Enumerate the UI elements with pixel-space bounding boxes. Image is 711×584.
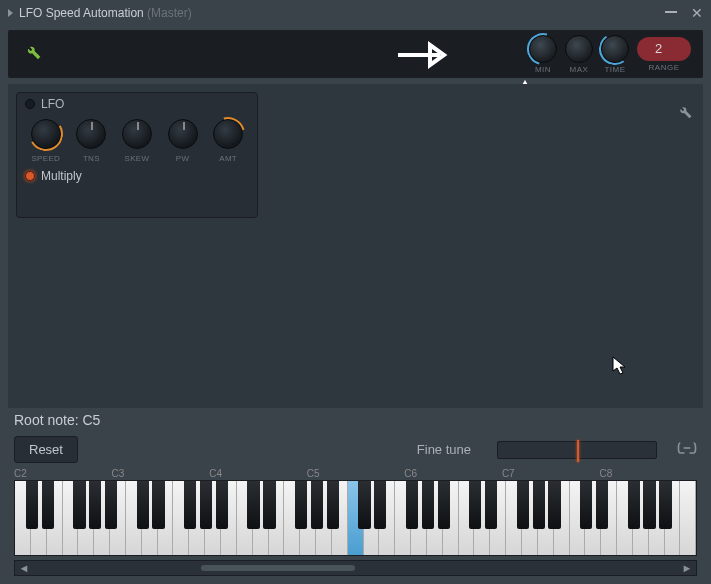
black-key[interactable] — [469, 481, 481, 529]
black-key[interactable] — [311, 481, 323, 529]
black-key[interactable] — [152, 481, 164, 529]
black-key[interactable] — [263, 481, 275, 529]
black-key[interactable] — [184, 481, 196, 529]
pw-knob[interactable] — [168, 119, 198, 149]
black-key[interactable] — [628, 481, 640, 529]
octave-label: C3 — [112, 468, 210, 479]
black-key[interactable] — [659, 481, 671, 529]
link-icon[interactable] — [677, 441, 697, 459]
octave-label: C8 — [599, 468, 697, 479]
octave-label: C4 — [209, 468, 307, 479]
multiply-led-icon[interactable] — [25, 171, 35, 181]
range-label: RANGE — [649, 63, 680, 72]
scroll-left-icon[interactable]: ◄ — [15, 562, 33, 574]
cursor-icon — [612, 356, 628, 376]
scroll-thumb[interactable] — [201, 565, 356, 571]
lfo-led-icon[interactable] — [25, 99, 35, 109]
wrench-icon[interactable] — [20, 41, 44, 67]
black-key[interactable] — [73, 481, 85, 529]
octave-label: C2 — [14, 468, 112, 479]
black-key[interactable] — [406, 481, 418, 529]
titlebar: LFO Speed Automation (Master) ✕ — [0, 0, 711, 26]
black-key[interactable] — [643, 481, 655, 529]
scroll-track[interactable] — [33, 561, 678, 575]
range-selector[interactable]: 2 — [637, 37, 691, 61]
menu-triangle-icon[interactable] — [8, 9, 13, 17]
black-key[interactable] — [216, 481, 228, 529]
black-key[interactable] — [295, 481, 307, 529]
speed-label: SPEED — [31, 154, 60, 163]
tns-label: TNS — [83, 154, 100, 163]
pw-label: PW — [176, 154, 190, 163]
speed-knob[interactable] — [31, 119, 61, 149]
octave-label: C6 — [404, 468, 502, 479]
multiply-label: Multiply — [41, 169, 82, 183]
black-key[interactable] — [517, 481, 529, 529]
time-label: TIME — [604, 65, 625, 74]
scroll-right-icon[interactable]: ► — [678, 562, 696, 574]
skew-knob[interactable] — [122, 119, 152, 149]
toolbar: MIN MAX TIME 2 RANGE — [8, 30, 703, 78]
black-key[interactable] — [247, 481, 259, 529]
black-key[interactable] — [137, 481, 149, 529]
black-key[interactable] — [105, 481, 117, 529]
black-key[interactable] — [89, 481, 101, 529]
settings-icon[interactable] — [675, 102, 693, 125]
time-knob[interactable] — [601, 35, 629, 63]
window-title: LFO Speed Automation — [19, 6, 144, 20]
black-key[interactable] — [422, 481, 434, 529]
reset-button[interactable]: Reset — [14, 436, 78, 463]
horizontal-scrollbar[interactable]: ◄ ► — [14, 560, 697, 576]
black-key[interactable] — [374, 481, 386, 529]
bottom-panel: Root note: C5 Reset Fine tune C2 C3 C4 C… — [8, 408, 703, 576]
black-key[interactable] — [580, 481, 592, 529]
skew-label: SKEW — [125, 154, 150, 163]
black-key[interactable] — [596, 481, 608, 529]
fine-tune-slider[interactable] — [497, 441, 657, 459]
black-key[interactable] — [200, 481, 212, 529]
black-key[interactable] — [485, 481, 497, 529]
max-label: MAX — [570, 65, 589, 74]
min-label: MIN — [535, 65, 551, 74]
fine-tune-label: Fine tune — [417, 442, 471, 457]
window-title-suffix: (Master) — [147, 6, 192, 20]
black-key[interactable] — [548, 481, 560, 529]
min-knob[interactable] — [529, 35, 557, 63]
black-key[interactable] — [533, 481, 545, 529]
root-note-label: Root note: C5 — [8, 408, 703, 432]
annotation-arrow-right — [396, 40, 456, 70]
fine-tune-handle[interactable] — [577, 440, 579, 462]
octave-label: C7 — [502, 468, 600, 479]
amt-label: AMT — [219, 154, 237, 163]
main-area: LFO SPEED TNS SKEW PW — [8, 84, 703, 408]
amt-knob[interactable] — [213, 119, 243, 149]
octave-labels: C2 C3 C4 C5 C6 C7 C8 — [14, 467, 697, 480]
black-key[interactable] — [438, 481, 450, 529]
piano-keyboard[interactable] — [14, 480, 697, 556]
lfo-panel: LFO SPEED TNS SKEW PW — [16, 92, 258, 218]
black-key[interactable] — [42, 481, 54, 529]
black-key[interactable] — [358, 481, 370, 529]
black-key[interactable] — [327, 481, 339, 529]
tns-knob[interactable] — [76, 119, 106, 149]
lfo-title: LFO — [41, 97, 64, 111]
close-button[interactable]: ✕ — [691, 5, 703, 21]
range-value: 2 — [655, 41, 662, 56]
octave-label: C5 — [307, 468, 405, 479]
minimize-button[interactable] — [665, 5, 677, 21]
max-knob[interactable] — [565, 35, 593, 63]
black-key[interactable] — [26, 481, 38, 529]
